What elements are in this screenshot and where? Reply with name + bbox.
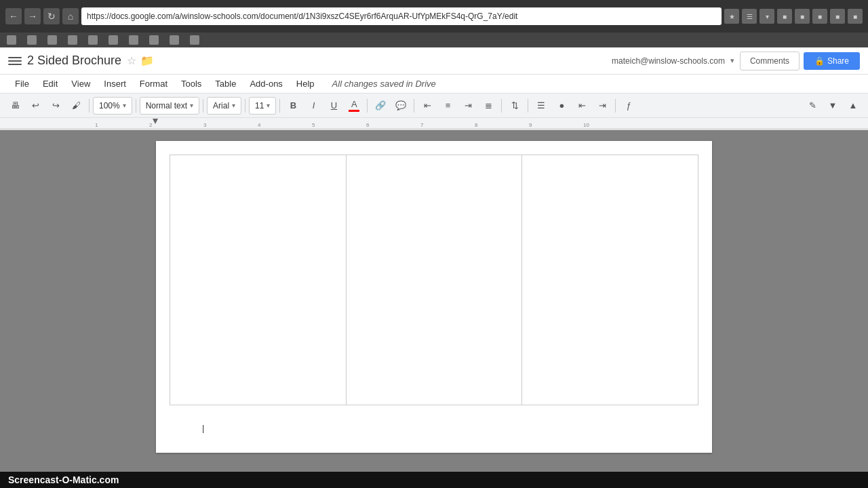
cursor-position-indicator: | xyxy=(202,423,204,433)
link-button[interactable]: 🔗 xyxy=(371,96,390,115)
view-mode-button[interactable]: ▼ xyxy=(823,96,842,115)
bookmark-10[interactable] xyxy=(186,35,205,45)
toolbar-separator-1 xyxy=(89,99,90,113)
table-cell-1[interactable] xyxy=(170,155,347,405)
menu-format[interactable]: Format xyxy=(133,76,174,92)
collapse-toolbar-button[interactable]: ▲ xyxy=(844,96,863,115)
edit-mode-button[interactable]: ✎ xyxy=(803,96,822,115)
print-button[interactable]: 🖶 xyxy=(5,96,24,115)
align-center-button[interactable]: ≡ xyxy=(438,96,457,115)
bookmark-icon[interactable]: ★ xyxy=(724,9,739,24)
bookmark-6[interactable] xyxy=(104,35,123,45)
text-color-button[interactable]: A xyxy=(344,96,363,115)
extensions-icon[interactable]: ▾ xyxy=(760,9,774,24)
bookmark-5[interactable] xyxy=(84,35,103,45)
browser-toolbar-icons: ★ ☰ ▾ ■ ■ ■ ■ ■ xyxy=(724,9,863,24)
chrome-icon2[interactable]: ■ xyxy=(795,9,810,24)
font-dropdown-arrow: ▾ xyxy=(232,102,235,109)
star-icon[interactable]: ☆ xyxy=(127,54,136,67)
bookmark-4[interactable] xyxy=(64,35,83,45)
bookmark-2[interactable] xyxy=(23,35,42,45)
user-email: mateich@winslow-schools.com xyxy=(612,56,725,66)
menu-tools[interactable]: Tools xyxy=(174,76,208,92)
share-button[interactable]: 🔒 Share xyxy=(804,52,860,70)
italic-button[interactable]: I xyxy=(304,96,323,115)
undo-button[interactable]: ↩ xyxy=(26,96,45,115)
chrome-icon3[interactable]: ■ xyxy=(812,9,827,24)
ordered-list-button[interactable]: ☰ xyxy=(532,96,551,115)
toolbar-separator-10 xyxy=(615,99,616,113)
svg-text:3: 3 xyxy=(203,122,207,128)
menu-edit[interactable]: Edit xyxy=(36,76,64,92)
document-area[interactable]: | xyxy=(0,130,868,472)
menu-insert[interactable]: Insert xyxy=(97,76,133,92)
bookmark-9[interactable] xyxy=(165,35,184,45)
bookmark-8[interactable] xyxy=(145,35,164,45)
chrome-icon4[interactable]: ■ xyxy=(830,9,845,24)
bookmark-favicon-3 xyxy=(47,35,57,45)
folder-icon[interactable]: 📁 xyxy=(140,54,154,67)
align-right-button[interactable]: ⇥ xyxy=(458,96,477,115)
toolbar-separator-3 xyxy=(203,99,203,113)
home-button[interactable]: ⌂ xyxy=(62,8,79,24)
share-label: Share xyxy=(827,56,849,66)
bookmark-1[interactable] xyxy=(3,35,22,45)
back-button[interactable]: ← xyxy=(5,8,22,24)
svg-text:9: 9 xyxy=(529,122,532,128)
menu-file[interactable]: File xyxy=(8,76,36,92)
document-page[interactable]: | xyxy=(156,141,712,453)
bold-button[interactable]: B xyxy=(283,96,302,115)
ruler: 1 2 3 4 5 6 7 8 9 10 xyxy=(0,118,868,130)
toolbar-separator-8 xyxy=(501,99,502,113)
doc-table[interactable] xyxy=(170,155,698,405)
align-justify-button[interactable]: ≣ xyxy=(479,96,498,115)
line-spacing-button[interactable]: ⇅ xyxy=(505,96,524,115)
menu-table[interactable]: Table xyxy=(208,76,243,92)
bookmark-3[interactable] xyxy=(43,35,62,45)
menu-addons[interactable]: Add-ons xyxy=(243,76,289,92)
style-value: Normal text xyxy=(146,101,187,110)
table-cell-3[interactable] xyxy=(522,155,698,405)
decrease-indent-button[interactable]: ⇤ xyxy=(572,96,591,115)
increase-indent-button[interactable]: ⇥ xyxy=(593,96,612,115)
sidebar-toggle[interactable] xyxy=(8,54,22,68)
address-bar[interactable]: https://docs.google.com/a/winslow-school… xyxy=(81,7,722,25)
zoom-dropdown[interactable]: 100% ▾ xyxy=(93,97,132,115)
save-status: All changes saved in Drive xyxy=(332,79,436,89)
svg-text:1: 1 xyxy=(95,122,98,128)
font-value: Arial xyxy=(213,101,229,110)
menu-help[interactable]: Help xyxy=(290,76,321,92)
size-dropdown[interactable]: 11 ▾ xyxy=(249,97,276,115)
style-dropdown[interactable]: Normal text ▾ xyxy=(140,97,199,115)
underline-button[interactable]: U xyxy=(324,96,343,115)
chrome-icon1[interactable]: ■ xyxy=(777,9,792,24)
bookmark-favicon-4 xyxy=(68,35,77,45)
bookmark-7[interactable] xyxy=(125,35,144,45)
forward-button[interactable]: → xyxy=(24,8,41,24)
bookmark-favicon-2 xyxy=(27,35,37,45)
document-title[interactable]: 2 Sided Brochure xyxy=(27,54,121,68)
font-dropdown[interactable]: Arial ▾ xyxy=(207,97,241,115)
user-dropdown-arrow[interactable]: ▾ xyxy=(730,56,734,65)
align-left-button[interactable]: ⇤ xyxy=(418,96,437,115)
comments-button[interactable]: Comments xyxy=(740,52,800,70)
url-text: https://docs.google.com/a/winslow-school… xyxy=(87,12,517,21)
refresh-button[interactable]: ↻ xyxy=(43,8,60,24)
chrome-icon5[interactable]: ■ xyxy=(848,9,863,24)
unordered-list-button[interactable]: ● xyxy=(552,96,571,115)
toolbar: 🖶 ↩ ↪ 🖌 100% ▾ Normal text ▾ Arial ▾ 11 … xyxy=(0,94,868,118)
svg-text:8: 8 xyxy=(475,122,478,128)
paint-format-button[interactable]: 🖌 xyxy=(66,96,85,115)
menu-icon[interactable]: ☰ xyxy=(742,9,757,24)
toolbar-separator-9 xyxy=(528,99,528,113)
formula-button[interactable]: ƒ xyxy=(619,96,638,115)
table-cell-2[interactable] xyxy=(346,155,522,405)
toolbar-separator-6 xyxy=(367,99,368,113)
comment-button[interactable]: 💬 xyxy=(391,96,410,115)
redo-button[interactable]: ↪ xyxy=(46,96,65,115)
svg-text:2: 2 xyxy=(149,122,153,128)
text-color-indicator xyxy=(349,110,359,112)
toolbar-separator-7 xyxy=(414,99,414,113)
text-cursor: | xyxy=(202,422,204,434)
menu-view[interactable]: View xyxy=(64,76,97,92)
